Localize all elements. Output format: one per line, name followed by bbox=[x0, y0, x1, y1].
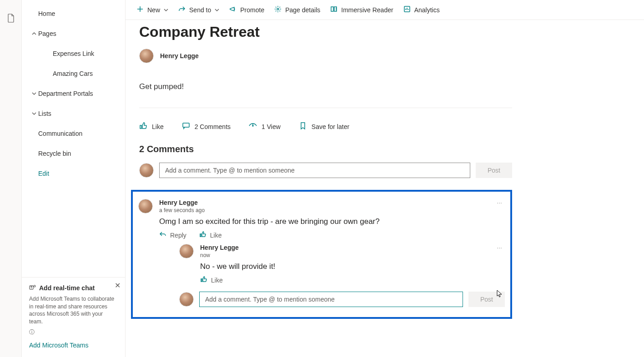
comment-input-row: Post bbox=[139, 163, 512, 178]
comment-time: now bbox=[200, 252, 239, 258]
comment: Henry Legge a few seconds ago ··· Omg I … bbox=[138, 199, 505, 307]
avatar[interactable] bbox=[139, 49, 154, 63]
thumbs-up-icon bbox=[199, 231, 206, 239]
more-icon[interactable]: ··· bbox=[494, 244, 505, 251]
nav-label: Lists bbox=[38, 110, 51, 117]
promo-description: Add Microsoft Teams to collaborate in re… bbox=[29, 295, 118, 326]
nav-label: Recycle bin bbox=[38, 150, 71, 157]
page-details-button[interactable]: Page details bbox=[274, 5, 320, 14]
nav-label: Communication bbox=[38, 130, 82, 137]
post-button[interactable]: Post bbox=[468, 292, 505, 307]
info-icon[interactable]: ⓘ bbox=[29, 328, 118, 336]
thumbs-up-icon bbox=[139, 122, 147, 131]
comment-icon bbox=[182, 122, 190, 131]
analytics-button[interactable]: Analytics bbox=[403, 5, 440, 14]
nav-department-portals[interactable]: Department Portals bbox=[22, 84, 125, 104]
chevron-down-icon bbox=[164, 6, 168, 14]
more-icon[interactable]: ··· bbox=[494, 199, 505, 206]
nav-recycle-bin[interactable]: Recycle bin bbox=[22, 144, 125, 164]
comment-text: No - we will provide it! bbox=[200, 262, 505, 271]
nav-home[interactable]: Home bbox=[22, 4, 125, 24]
page-title: Company Retreat bbox=[139, 24, 512, 40]
eye-icon bbox=[249, 122, 257, 131]
like-button[interactable]: Like bbox=[200, 276, 223, 284]
page-body: Get pumped! bbox=[139, 82, 512, 91]
post-button[interactable]: Post bbox=[476, 163, 512, 178]
avatar[interactable] bbox=[179, 244, 194, 258]
app-rail bbox=[0, 0, 22, 357]
comments-header: 2 Comments bbox=[139, 144, 512, 154]
promo-title: T Add real-time chat bbox=[29, 284, 118, 293]
chevron-down-icon bbox=[30, 91, 38, 96]
share-icon bbox=[178, 5, 186, 14]
reply-input-row: Post bbox=[179, 292, 505, 307]
main: New Send to Promote Page details Immersi… bbox=[126, 0, 644, 357]
avatar bbox=[179, 292, 194, 307]
new-button[interactable]: New bbox=[136, 5, 168, 14]
comment-author: Henry Legge bbox=[159, 199, 205, 206]
toolbar: New Send to Promote Page details Immersi… bbox=[126, 0, 644, 20]
nav-label: Amazing Cars bbox=[38, 70, 93, 77]
teams-icon: T bbox=[29, 284, 36, 293]
megaphone-icon bbox=[229, 5, 236, 14]
comment-text: Omg I am so excited for this trip - are … bbox=[159, 217, 505, 226]
nav-edit[interactable]: Edit bbox=[22, 164, 125, 183]
nav-lists[interactable]: Lists bbox=[22, 104, 125, 124]
author-row: Henry Legge bbox=[139, 49, 512, 63]
views-count[interactable]: 1 View bbox=[249, 122, 281, 131]
comments-thread: Henry Legge a few seconds ago ··· Omg I … bbox=[131, 190, 512, 319]
nav-communication[interactable]: Communication bbox=[22, 124, 125, 144]
plus-icon bbox=[136, 5, 144, 14]
nav-label: Expenses Link bbox=[38, 50, 94, 57]
svg-point-2 bbox=[34, 285, 35, 287]
like-button[interactable]: Like bbox=[199, 231, 222, 239]
immersive-reader-button[interactable]: Immersive Reader bbox=[330, 5, 393, 14]
chart-icon bbox=[403, 5, 411, 14]
reply-input[interactable] bbox=[199, 292, 463, 307]
chevron-down-icon bbox=[215, 6, 219, 14]
nav-label: Edit bbox=[30, 170, 49, 177]
comment-reply: Henry Legge now ··· No - we will provide… bbox=[179, 244, 505, 284]
like-button[interactable]: Like bbox=[139, 122, 164, 131]
promote-button[interactable]: Promote bbox=[229, 5, 264, 14]
close-icon[interactable]: ✕ bbox=[115, 281, 121, 290]
nav: Home Pages Expenses Link Amazing Cars De… bbox=[22, 0, 125, 277]
comment-input[interactable] bbox=[159, 163, 470, 178]
nav-amazing-cars[interactable]: Amazing Cars bbox=[22, 64, 125, 84]
thumbs-up-icon bbox=[200, 276, 207, 284]
svg-text:T: T bbox=[30, 286, 33, 289]
chevron-up-icon bbox=[30, 31, 38, 36]
reply-icon bbox=[159, 231, 166, 239]
chevron-down-icon bbox=[30, 111, 38, 116]
nav-label: Pages bbox=[38, 30, 56, 37]
nav-pages[interactable]: Pages bbox=[22, 24, 125, 44]
avatar[interactable] bbox=[138, 199, 153, 213]
comment-author: Henry Legge bbox=[200, 244, 239, 251]
divider bbox=[139, 108, 512, 108]
book-icon bbox=[330, 5, 337, 14]
nav-label: Home bbox=[38, 10, 55, 17]
add-teams-link[interactable]: Add Microsoft Teams bbox=[29, 342, 118, 349]
author-name: Henry Legge bbox=[160, 52, 199, 60]
reply-button[interactable]: Reply bbox=[159, 231, 186, 239]
bookmark-icon bbox=[299, 122, 307, 131]
svg-point-3 bbox=[277, 8, 279, 10]
sidebar: Home Pages Expenses Link Amazing Cars De… bbox=[22, 0, 126, 357]
comments-count[interactable]: 2 Comments bbox=[182, 122, 231, 131]
social-row: Like 2 Comments 1 View Save for later bbox=[139, 122, 512, 131]
nav-expenses-link[interactable]: Expenses Link bbox=[22, 44, 125, 64]
nav-label: Department Portals bbox=[38, 90, 93, 97]
document-icon[interactable] bbox=[7, 14, 15, 357]
save-for-later-button[interactable]: Save for later bbox=[299, 122, 349, 131]
teams-promo: ✕ T Add real-time chat Add Microsoft Tea… bbox=[22, 277, 125, 357]
send-to-button[interactable]: Send to bbox=[178, 5, 219, 14]
avatar bbox=[139, 163, 154, 178]
svg-rect-5 bbox=[183, 123, 189, 127]
content-area: Company Retreat Henry Legge Get pumped! … bbox=[126, 20, 644, 357]
gear-icon bbox=[274, 5, 282, 14]
comment-time: a few seconds ago bbox=[159, 207, 205, 213]
